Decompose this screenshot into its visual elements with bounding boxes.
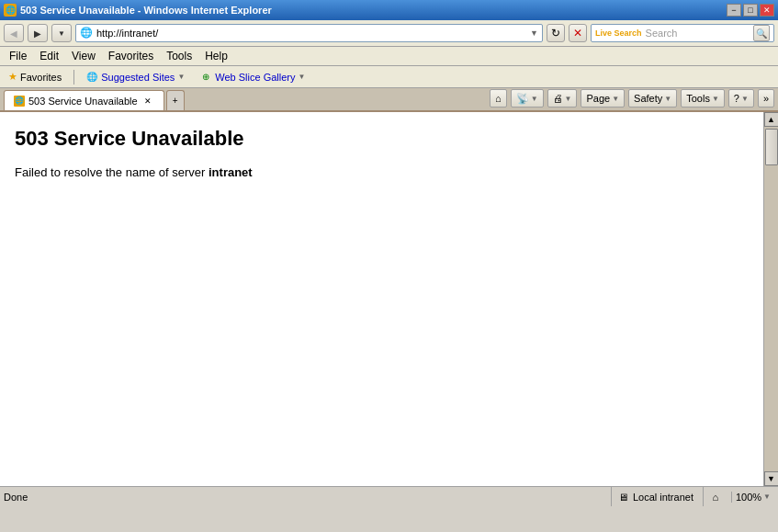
title-bar-left: 🌐 503 Service Unavailable - Windows Inte… — [4, 4, 272, 17]
suggested-sites-link[interactable]: 🌐 Suggested Sites ▼ — [82, 70, 188, 85]
browser-content: 503 Service Unavailable Failed to resolv… — [0, 112, 763, 486]
menu-tools[interactable]: Tools — [161, 48, 197, 64]
favorites-label: Favorites — [20, 72, 62, 83]
web-slice-icon: ⊕ — [199, 71, 212, 84]
browser-toolbar: ⌂ 📡 ▼ 🖨 ▼ Page ▼ Safety ▼ Tools ▼ ? ▼ » — [490, 88, 778, 110]
vertical-scrollbar[interactable]: ▲ ▼ — [763, 112, 778, 486]
title-bar: 🌐 503 Service Unavailable - Windows Inte… — [0, 0, 778, 20]
browser-content-area: 503 Service Unavailable Failed to resolv… — [0, 112, 778, 486]
scroll-up-button[interactable]: ▲ — [764, 112, 779, 127]
suggested-sites-arrow: ▼ — [177, 73, 185, 81]
restore-button[interactable]: □ — [743, 4, 758, 17]
print-button[interactable]: 🖨 ▼ — [547, 89, 578, 108]
scroll-thumb[interactable] — [765, 129, 778, 165]
favorites-bar: ★ Favorites 🌐 Suggested Sites ▼ ⊕ Web Sl… — [0, 66, 778, 88]
web-slice-link[interactable]: ⊕ Web Slice Gallery ▼ — [196, 70, 309, 85]
search-input[interactable]: Search — [646, 28, 753, 39]
address-bar[interactable]: 🌐 http://intranet/ ▼ — [75, 24, 543, 42]
feeds-arrow: ▼ — [531, 95, 538, 103]
address-dropdown-arrow[interactable]: ▼ — [530, 28, 538, 38]
stop-button[interactable]: ✕ — [569, 24, 587, 42]
search-logo: Live Search — [595, 28, 642, 38]
tools-label: Tools — [686, 93, 710, 104]
error-server: intranet — [209, 165, 253, 179]
error-title: 503 Service Unavailable — [15, 127, 749, 151]
separator — [73, 70, 74, 85]
tab-title: 503 Service Unavailable — [28, 96, 138, 107]
zone-label: Local intranet — [633, 492, 693, 503]
status-bar: Done 🖥 Local intranet ⌂ 100% ▼ — [0, 486, 778, 506]
page-label: Page — [586, 93, 610, 104]
error-message-prefix: Failed to resolve the name of server — [15, 165, 209, 179]
nav-row: ◀ ▶ ▼ 🌐 http://intranet/ ▼ ↻ ✕ Live Sear… — [4, 22, 774, 44]
back-button[interactable]: ◀ — [4, 24, 24, 42]
nav-bar: ◀ ▶ ▼ 🌐 http://intranet/ ▼ ↻ ✕ Live Sear… — [0, 20, 778, 47]
window-title: 503 Service Unavailable - Windows Intern… — [20, 5, 272, 16]
page-arrow: ▼ — [612, 95, 619, 103]
help-arrow: ▼ — [741, 95, 749, 103]
feeds-button[interactable]: 📡 ▼ — [511, 89, 544, 108]
home-button[interactable]: ⌂ — [490, 89, 507, 108]
safety-arrow: ▼ — [664, 95, 671, 103]
tab-favicon: 🌐 — [14, 96, 25, 107]
address-bar-icon: 🌐 — [80, 27, 93, 40]
print-arrow: ▼ — [565, 95, 572, 103]
menu-edit[interactable]: Edit — [34, 48, 64, 64]
menu-view[interactable]: View — [66, 48, 101, 64]
print-icon: 🖨 — [553, 93, 563, 104]
more-button[interactable]: » — [758, 89, 774, 108]
new-tab-button[interactable]: + — [166, 90, 185, 110]
tools-button[interactable]: Tools ▼ — [681, 89, 725, 108]
suggested-sites-label: Suggested Sites — [101, 72, 175, 83]
close-button[interactable]: ✕ — [760, 4, 774, 17]
scroll-down-button[interactable]: ▼ — [764, 471, 779, 486]
home-status-icon: ⌂ — [709, 491, 722, 504]
search-area[interactable]: Live Search Search 🔍 — [591, 24, 774, 42]
search-logo-main: Live — [595, 28, 612, 38]
search-go-button[interactable]: 🔍 — [753, 25, 770, 41]
home-icon: ⌂ — [495, 93, 502, 104]
safety-button[interactable]: Safety ▼ — [628, 89, 677, 108]
menu-bar: File Edit View Favorites Tools Help — [0, 47, 778, 66]
minimize-button[interactable]: − — [727, 4, 741, 17]
nav-dropdown-button[interactable]: ▼ — [51, 24, 72, 42]
web-slice-label: Web Slice Gallery — [215, 72, 295, 83]
forward-button[interactable]: ▶ — [28, 24, 48, 42]
zoom-section[interactable]: 100% ▼ — [731, 492, 774, 503]
home-section[interactable]: ⌂ — [703, 487, 727, 506]
zone-section: 🖥 Local intranet — [611, 487, 699, 506]
star-icon: ★ — [8, 71, 17, 83]
scroll-track[interactable] — [764, 127, 779, 471]
zone-icon: 🖥 — [617, 491, 630, 504]
page-button[interactable]: Page ▼ — [581, 89, 625, 108]
tab-toolbar-area: 🌐 503 Service Unavailable ✕ + ⌂ 📡 ▼ 🖨 ▼ … — [0, 88, 778, 112]
help-button[interactable]: ? ▼ — [728, 89, 754, 108]
menu-favorites[interactable]: Favorites — [103, 48, 159, 64]
favorites-button[interactable]: ★ Favorites — [4, 69, 66, 85]
browser-icon: 🌐 — [4, 4, 17, 17]
status-text: Done — [4, 492, 607, 503]
refresh-button[interactable]: ↻ — [547, 24, 565, 42]
zoom-label: 100% — [736, 492, 761, 503]
active-tab[interactable]: 🌐 503 Service Unavailable ✕ — [4, 90, 164, 110]
web-slice-arrow: ▼ — [299, 73, 306, 81]
search-logo-accent: Search — [615, 28, 642, 38]
tab-close-button[interactable]: ✕ — [141, 95, 154, 108]
safety-label: Safety — [634, 93, 662, 104]
address-text: http://intranet/ — [96, 28, 530, 39]
title-bar-controls: − □ ✕ — [727, 4, 774, 17]
menu-file[interactable]: File — [4, 48, 32, 64]
zoom-arrow: ▼ — [763, 492, 771, 501]
help-label: ? — [734, 93, 739, 104]
menu-help[interactable]: Help — [199, 48, 233, 64]
tab-bar: 🌐 503 Service Unavailable ✕ + — [0, 88, 490, 110]
tools-arrow: ▼ — [712, 95, 719, 103]
feeds-icon: 📡 — [516, 93, 529, 105]
error-message: Failed to resolve the name of server int… — [15, 165, 749, 179]
suggested-sites-icon: 🌐 — [85, 71, 98, 84]
